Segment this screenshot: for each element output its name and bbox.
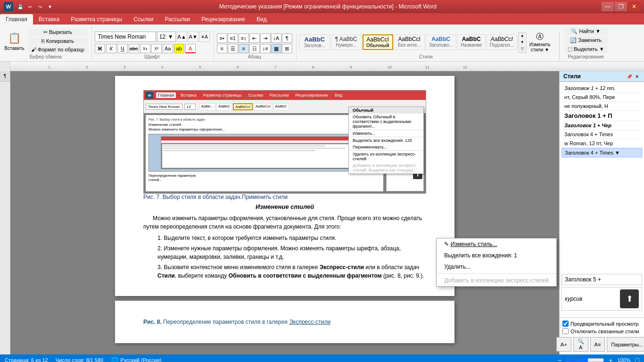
preview-checkbox-label[interactable]: Предварительный просмотр <box>562 321 641 327</box>
style-title[interactable]: AaBbC Название <box>457 34 486 50</box>
increase-font-btn[interactable]: A▲ <box>177 32 187 42</box>
numbering-btn[interactable]: ≡1 <box>228 33 238 43</box>
nested-tab-layout[interactable]: Разметка страницы <box>201 92 244 98</box>
style-item-8-selected[interactable]: Заголовок 4 + Times ▼ <box>561 148 642 157</box>
sort-btn[interactable]: ↕A <box>271 33 281 43</box>
restore-btn[interactable]: ❐ <box>615 2 627 11</box>
nested-ctx-rename[interactable]: Переименовать... <box>349 144 423 150</box>
case-btn[interactable]: Aa <box>163 44 173 53</box>
style-heading1[interactable]: AaBbC Заголов... <box>299 34 330 50</box>
justify-btn[interactable]: ☷ <box>249 44 260 53</box>
preview-checkbox[interactable] <box>562 321 569 327</box>
decrease-indent-btn[interactable]: ⇤ <box>249 33 260 43</box>
multilevel-btn[interactable]: ≡↕ <box>239 33 249 43</box>
align-left-btn[interactable]: ≡ <box>217 44 227 53</box>
style-item-7[interactable]: w Roman, 12 пт, Чер <box>561 139 642 148</box>
font-size-box[interactable]: 12▼ <box>157 32 176 42</box>
style-item-6[interactable]: Заголовок 4 + Times <box>561 130 642 139</box>
parameters-btn[interactable]: Параметры... <box>607 337 644 352</box>
style-item-3[interactable]: не полужирный, Н <box>561 102 642 111</box>
styles-panel-close-btn[interactable]: ✕ <box>634 73 640 80</box>
manage-styles-btn[interactable]: A≡ <box>590 337 605 352</box>
format-painter-btn[interactable]: 🖌 Формат по образцу <box>28 46 88 53</box>
paste-btn[interactable]: 📋 <box>4 31 25 46</box>
undo-quick-btn[interactable]: ↩ <box>26 2 34 11</box>
close-btn[interactable]: ✕ <box>628 2 640 11</box>
font-color-btn[interactable]: A <box>185 44 196 53</box>
tab-review[interactable]: Рецензирование <box>196 14 251 25</box>
superscript-btn[interactable]: X² <box>151 44 162 53</box>
bullets-btn[interactable]: ≡• <box>217 33 227 43</box>
customize-quick-btn[interactable]: ▼ <box>46 2 54 11</box>
save-quick-btn[interactable]: 💾 <box>16 2 25 11</box>
tab-home[interactable]: Главная <box>0 14 33 25</box>
shading-btn[interactable]: ▦ <box>271 44 281 53</box>
fig8-expresslink[interactable]: Экспресс-стили <box>289 319 330 325</box>
nested-tab-home[interactable]: Главная <box>156 92 176 98</box>
doc-area[interactable]: W Главная Вставка Разметка страницы Ссыл… <box>10 71 559 354</box>
new-style-btn[interactable]: A+ <box>556 337 571 352</box>
increase-indent-btn[interactable]: ⇥ <box>260 33 271 43</box>
style-item-2[interactable]: нт, Серый 80%, Пере <box>561 93 642 102</box>
clear-format-btn[interactable]: ✕A <box>199 32 210 42</box>
copy-btn[interactable]: ⎘ Копировать <box>28 37 88 45</box>
minimize-btn[interactable]: — <box>602 2 614 11</box>
align-center-btn[interactable]: ☰ <box>228 44 238 53</box>
view-mode-btn[interactable]: □ <box>636 356 639 362</box>
nested-style-3[interactable]: AaBbCcI <box>254 103 272 110</box>
nested-style-4[interactable]: AaBbC <box>273 103 289 110</box>
select-btn[interactable]: ⬚ Выделить ▼ <box>564 45 608 53</box>
styles-scroll-up[interactable]: ▲ <box>519 33 526 39</box>
redo-quick-btn[interactable]: ↪ <box>36 2 44 11</box>
style-nospace[interactable]: AaBbCcI Без инте... <box>394 34 425 50</box>
style-subtitle[interactable]: AaBbCcI Подзагол... <box>487 34 517 50</box>
ctx-change-style[interactable]: ✎ Изменить стиль... <box>437 239 556 250</box>
change-styles-btn[interactable]: Ⓐ Изменить стили ▼ <box>528 31 553 53</box>
styles-panel-pin-btn[interactable]: 📌 <box>626 73 633 80</box>
tab-page-layout[interactable]: Разметка страницы <box>65 14 128 25</box>
style-item-4[interactable]: Заголовок 1 + П <box>561 111 642 121</box>
nested-ctx-update[interactable]: Обновить Обычный в соответствии с выделе… <box>349 114 423 130</box>
font-name-box[interactable]: Times New Roman <box>95 32 156 42</box>
zoom-out-btn[interactable]: − <box>558 357 562 362</box>
style-item-5[interactable]: Заголовок 1 + Чер <box>561 121 642 130</box>
find-btn[interactable]: 🔍 Найти ▼ <box>564 27 608 35</box>
tab-references[interactable]: Ссылки <box>128 14 159 25</box>
italic-btn[interactable]: К <box>106 44 116 53</box>
tab-view[interactable]: Вид <box>251 14 272 25</box>
line-spacing-btn[interactable]: ↕≡ <box>260 44 271 53</box>
nested-tab-view[interactable]: Вид <box>333 92 344 98</box>
nested-style-1[interactable]: AaBb... <box>199 103 215 110</box>
paragraph-mark-btn[interactable]: ¶ <box>0 71 10 82</box>
zoom-slider[interactable] <box>567 356 604 362</box>
nested-size-box[interactable]: 12 <box>184 104 196 110</box>
cut-btn[interactable]: ✂ Вырезать <box>28 28 88 36</box>
nested-tab-mail[interactable]: Рассылки <box>268 92 290 98</box>
replace-btn[interactable]: 🔄 Заменить <box>564 36 608 44</box>
style-normal[interactable]: AaBbCcI Обычный <box>363 34 393 50</box>
highlight-btn[interactable]: ab <box>174 44 184 53</box>
linked-styles-checkbox[interactable] <box>562 328 569 334</box>
nested-tab-insert[interactable]: Вставка <box>179 92 198 98</box>
tab-insert[interactable]: Вставка <box>33 14 66 25</box>
bold-btn[interactable]: Ж <box>95 44 105 53</box>
underline-btn[interactable]: Ч <box>117 44 128 53</box>
decrease-font-btn[interactable]: A▼ <box>188 32 198 42</box>
show-formatting-btn[interactable]: ¶ <box>282 33 292 43</box>
nested-style-2[interactable]: AaBbC <box>216 103 232 110</box>
linked-styles-checkbox-label[interactable]: Отключить связанные стили <box>562 328 641 334</box>
style-bottom-cursive[interactable]: курсив ⬆ <box>561 287 642 311</box>
nested-ctx-select-all[interactable]: Выделить все вхождения: 125 <box>349 137 423 144</box>
align-right-btn[interactable]: ≡ <box>239 44 249 53</box>
style-numbered[interactable]: ¶ AaBbC Нумеро... <box>331 34 362 50</box>
nested-ctx-change[interactable]: Изменить... <box>349 130 423 137</box>
subscript-btn[interactable]: X₂ <box>140 44 150 53</box>
inspect-style-btn[interactable]: 🔍A <box>573 337 588 352</box>
nested-style-normal[interactable]: AaBbCcI <box>233 103 253 110</box>
nested-tab-review[interactable]: Рецензирование <box>293 92 330 98</box>
nested-ctx-delete[interactable]: Удалить из коллекции экспресс-стилей <box>349 151 423 162</box>
style-heading2[interactable]: AaBbC Заголово... <box>426 34 456 50</box>
zoom-in-btn[interactable]: + <box>609 357 613 362</box>
nested-font-box[interactable]: Times New Roman <box>146 104 182 110</box>
ctx-select-all[interactable]: Выделить все вхождения: 1 <box>437 250 556 261</box>
